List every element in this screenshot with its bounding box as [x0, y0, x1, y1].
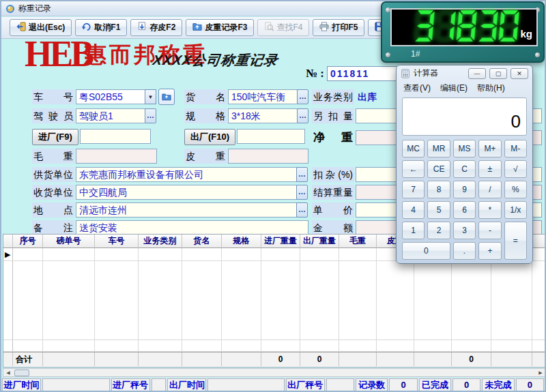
toolbar-button-save-tare[interactable]: 存皮F2	[130, 19, 182, 36]
calc-button-%[interactable]: %	[504, 181, 527, 198]
toolbar-button-find: 查找F4	[257, 19, 309, 36]
column-header-1[interactable]: 磅单号	[43, 235, 95, 248]
driver-input[interactable]: 驾驶员1	[76, 108, 145, 123]
table-column[interactable]	[222, 248, 261, 352]
status-bar: 进厂时间进厂秤号出厂时间出厂秤号记录数0已完成0未完成0	[1, 378, 545, 392]
calc-button-/[interactable]: /	[478, 181, 501, 198]
horizontal-scrollbar[interactable]: ◀ ▶	[3, 368, 546, 377]
calc-button-1/x[interactable]: 1/x	[504, 201, 527, 219]
table-column[interactable]	[95, 248, 139, 352]
toolbar-button-tare-record[interactable]: 皮重记录F3	[186, 19, 254, 36]
column-header-3[interactable]: 业务类别	[139, 235, 182, 248]
calc-button-2[interactable]: 2	[427, 222, 450, 239]
calc-button-←[interactable]: ←	[402, 160, 425, 178]
toolbar-button-label: 皮重记录F3	[205, 22, 247, 33]
table-column[interactable]	[13, 248, 43, 352]
table-column[interactable]	[139, 248, 182, 352]
calc-button-5[interactable]: 5	[427, 201, 450, 219]
calc-button-9[interactable]: 9	[453, 181, 476, 198]
total-value	[43, 352, 95, 366]
calculator-menu-item[interactable]: 编辑(E)	[440, 82, 468, 94]
enter-factory-button[interactable]: 进厂(F9)	[32, 129, 78, 145]
calc-button-.[interactable]: .	[453, 242, 476, 260]
maximize-button[interactable]: ▢	[489, 68, 507, 79]
calc-button-M-[interactable]: M-	[504, 140, 527, 157]
table-column[interactable]	[532, 248, 546, 352]
cargo-lookup-button[interactable]: …	[297, 89, 308, 104]
status-count-value: 0	[516, 378, 544, 391]
calc-button-*[interactable]: *	[478, 201, 501, 219]
cancel-icon	[82, 22, 91, 33]
toolbar-button-print[interactable]: 打印F5	[313, 19, 364, 36]
column-header-8[interactable]: 毛重	[339, 235, 377, 248]
calc-button-0[interactable]: 0	[402, 242, 450, 260]
calc-button-=[interactable]: =	[504, 222, 527, 260]
calculator-display: 0	[402, 97, 527, 136]
table-column[interactable]	[182, 248, 222, 352]
supplier-input[interactable]: 东莞惠而邦称重设备有限公司	[76, 167, 297, 182]
spec-input[interactable]: 3*18米	[228, 108, 298, 123]
calc-button-√[interactable]: √	[504, 160, 527, 178]
location-input[interactable]: 清远市连州	[76, 202, 297, 217]
scrollbar-thumb[interactable]	[14, 370, 29, 376]
location-lookup-button[interactable]: …	[296, 202, 308, 217]
app-window: 称重记录 退出(Esc)取消F1存皮F2皮重记录F3查找F4打印F5保存F12 …	[0, 0, 546, 392]
table-column[interactable]	[339, 248, 377, 352]
vehicle-combo[interactable]: 粤S02B55	[76, 89, 145, 104]
driver-lookup-button[interactable]: …	[145, 108, 156, 123]
column-header-6[interactable]: 进厂重量	[261, 235, 300, 248]
driver-label: 驾驶员	[32, 108, 74, 123]
serial-input[interactable]: 011811	[327, 66, 403, 81]
calc-button-M+[interactable]: M+	[478, 140, 501, 157]
status-value	[207, 378, 284, 391]
column-header-0[interactable]: 序号	[13, 235, 43, 248]
close-button[interactable]: ✕	[511, 68, 528, 79]
status-label: 出厂秤号	[286, 378, 325, 391]
calc-button-4[interactable]: 4	[402, 201, 425, 219]
scroll-right-icon[interactable]: ▶	[536, 370, 545, 376]
chevron-down-icon[interactable]: ▼	[145, 89, 156, 104]
tare-label: 皮重	[184, 149, 227, 164]
remark-input[interactable]: 送货安装	[76, 220, 308, 235]
calc-button-MC[interactable]: MC	[402, 140, 425, 157]
table-column[interactable]	[300, 248, 339, 352]
supplier-lookup-button[interactable]: …	[296, 167, 308, 182]
table-column[interactable]	[261, 248, 300, 352]
column-header-2[interactable]: 车号	[95, 235, 139, 248]
weight-unit: kg	[520, 28, 532, 40]
scale-id: 1#	[411, 49, 420, 59]
cargo-input[interactable]: 150吨汽车衡	[228, 89, 298, 104]
calc-button-+[interactable]: +	[478, 242, 501, 260]
exit-weight-input[interactable]	[237, 129, 305, 144]
calc-button-CE[interactable]: CE	[427, 160, 450, 178]
calc-button-MS[interactable]: MS	[453, 140, 476, 157]
calc-button-±[interactable]: ±	[478, 160, 501, 178]
column-header-7[interactable]: 出厂重量	[300, 235, 339, 248]
column-header-5[interactable]: 规格	[222, 235, 261, 248]
calc-button-8[interactable]: 8	[427, 181, 450, 198]
minimize-button[interactable]: —	[468, 68, 486, 79]
screw-icon	[386, 52, 390, 57]
calc-button-6[interactable]: 6	[453, 201, 476, 219]
calculator-menu-item[interactable]: 帮助(H)	[477, 82, 505, 94]
vehicle-folder-button[interactable]	[158, 89, 175, 105]
spec-lookup-button[interactable]: …	[297, 108, 308, 123]
total-value: 0	[452, 352, 491, 366]
calc-button-7[interactable]: 7	[402, 181, 425, 198]
calculator-title-bar[interactable]: 计算器 — ▢ ✕	[397, 65, 532, 81]
calc-button-1[interactable]: 1	[402, 222, 425, 239]
calc-button-3[interactable]: 3	[453, 222, 476, 239]
receiver-lookup-button[interactable]: …	[296, 185, 308, 200]
enter-weight-input[interactable]	[80, 129, 151, 144]
table-totals-row: 合计000	[3, 352, 545, 366]
calc-button-MR[interactable]: MR	[427, 140, 450, 157]
column-header-4[interactable]: 货名	[182, 235, 222, 248]
exit-factory-button[interactable]: 出厂(F10)	[184, 129, 235, 145]
scroll-left-icon[interactable]: ◀	[3, 370, 13, 376]
calc-button--[interactable]: -	[478, 222, 501, 239]
column-header-13[interactable]	[532, 235, 546, 248]
table-column[interactable]	[43, 248, 95, 352]
calculator-menu-item[interactable]: 查看(V)	[403, 82, 431, 94]
calc-button-C[interactable]: C	[453, 160, 476, 178]
receiver-input[interactable]: 中交四航局	[76, 185, 297, 200]
